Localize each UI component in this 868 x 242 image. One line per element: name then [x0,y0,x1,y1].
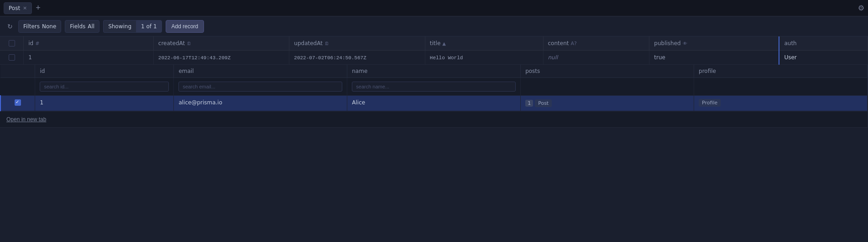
sub-table: id email name posts [0,65,868,111]
tabs: Post × + [4,2,42,14]
sub-search-posts-cell [521,78,694,96]
sub-cell-id: 1 [35,96,174,111]
title-value: Hello World [430,55,463,61]
cell-content: null [543,51,649,65]
th-id: id # [24,36,154,51]
eye-icon: 👁 [683,41,687,46]
th-content-type: A? [570,41,576,46]
sub-cell-email: alice@prisma.io [174,96,347,111]
sub-id-value: 1 [40,99,43,106]
fields-label: Fields [70,23,85,30]
sub-search-name-cell [347,78,521,96]
sub-th-profile-label: profile [699,68,716,74]
open-newtab-button[interactable]: Open in new tab [6,116,46,123]
tab-post[interactable]: Post × [4,2,32,14]
sub-table-wrapper: id email name posts [0,65,868,127]
row-checkbox-cell [0,51,24,65]
th-content: content A? [543,36,649,51]
th-title: title ▲ [425,36,543,51]
calendar-icon-updatedat: 🗓 [324,41,329,46]
th-title-label: title [430,40,440,46]
sub-th-id-label: id [40,68,45,74]
refresh-button[interactable]: ↻ [5,21,15,32]
sub-th-profile: profile [694,65,868,78]
sub-cell-name: Alice [347,96,521,111]
showing-count: 1 of 1 [136,20,162,33]
add-record-button[interactable]: Add record [166,20,204,33]
author-value: User [784,54,796,61]
tab-add-button[interactable]: + [34,3,42,13]
showing-label: Showing [103,20,136,33]
th-content-label: content [548,40,569,46]
sub-footer: Open in new tab [0,111,868,127]
sub-cell-profile: Profile [694,96,868,111]
search-id-input[interactable] [40,82,169,92]
table-row[interactable]: 1 2022-06-17T12:49:43.209Z 2022-07-02T06… [0,51,868,65]
sub-th-email: email [174,65,347,78]
sub-email-value: alice@prisma.io [178,99,222,106]
th-id-type: # [35,41,39,46]
tab-close-icon[interactable]: × [23,5,27,10]
sub-th-email-label: email [178,68,193,74]
sub-name-value: Alice [352,99,365,106]
sub-th-posts-label: posts [525,68,540,74]
tab-post-label: Post [9,5,20,11]
posts-count: 1 [525,100,533,107]
published-value: true [654,54,665,61]
calendar-icon-createdat: 🗓 [187,41,191,46]
table-container: id # createdAt 🗓 updatedAt 🗓 [0,36,868,242]
sub-search-profile-cell [694,78,868,96]
toolbar: ↻ Filters None Fields All Showing 1 of 1… [0,16,868,36]
posts-label: Post [535,99,552,107]
sub-header-row: id email name posts [0,65,868,78]
profile-label: Profile [699,99,721,107]
showing-group: Showing 1 of 1 [103,20,162,33]
filters-value: None [42,23,56,30]
th-author-label: auth [784,40,796,46]
sub-th-name: name [347,65,521,78]
row-checkbox[interactable] [9,54,15,61]
th-updatedat-label: updatedAt [294,40,323,46]
filter-group: Filters None [18,20,61,33]
cell-id: 1 [24,51,154,65]
cell-updatedat: 2022-07-02T06:24:50.567Z [289,51,425,65]
sub-table-cell: id email name posts [0,65,868,128]
sub-search-email-cell [174,78,347,96]
th-published: published 👁 [649,36,779,51]
id-value: 1 [28,54,32,61]
th-createdat: createdAt 🗓 [153,36,289,51]
sub-row-checkbox[interactable] [15,99,21,106]
fields-button[interactable]: Fields All [65,20,99,33]
sub-table-data-row[interactable]: 1 alice@prisma.io Alice [0,96,868,111]
filters-label: Filters [23,23,40,30]
filters-button[interactable]: Filters None [18,20,61,33]
search-email-input[interactable] [178,82,342,92]
table-header-row: id # createdAt 🗓 updatedAt 🗓 [0,36,868,51]
search-name-input[interactable] [352,82,516,92]
sub-search-id-cell [35,78,174,96]
th-author: auth [779,36,868,51]
sub-search-checkbox-cell [0,78,35,96]
sub-cell-posts: 1 Post [521,96,694,111]
th-published-label: published [654,40,680,46]
sub-search-row [0,78,868,96]
th-createdat-label: createdAt [158,40,185,46]
cell-published: true [649,51,779,65]
sub-th-id: id [35,65,174,78]
cell-createdat: 2022-06-17T12:49:43.209Z [153,51,289,65]
sub-th-checkbox [0,65,35,78]
content-value: null [548,54,558,61]
posts-badge: 1 Post [525,99,552,107]
main-table: id # createdAt 🗓 updatedAt 🗓 [0,36,868,128]
fields-group: Fields All [65,20,99,33]
select-all-checkbox[interactable] [9,40,15,46]
sub-table-row: id email name posts [0,65,868,128]
sub-row-checkbox-cell [0,96,35,111]
sub-th-posts: posts [521,65,694,78]
th-id-label: id [28,40,33,46]
th-checkbox [0,36,24,51]
sort-asc-icon: ▲ [442,41,446,46]
updatedat-value: 2022-07-02T06:24:50.567Z [294,55,366,61]
sub-th-name-label: name [352,68,367,74]
settings-icon[interactable]: ⚙ [858,4,864,12]
